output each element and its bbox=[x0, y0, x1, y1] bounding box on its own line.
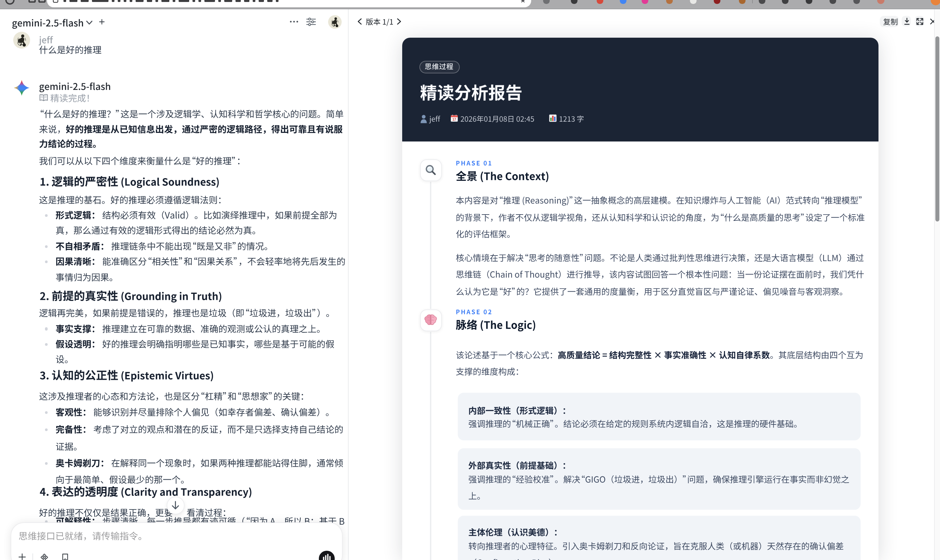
svg-text:17: 17 bbox=[452, 117, 456, 121]
